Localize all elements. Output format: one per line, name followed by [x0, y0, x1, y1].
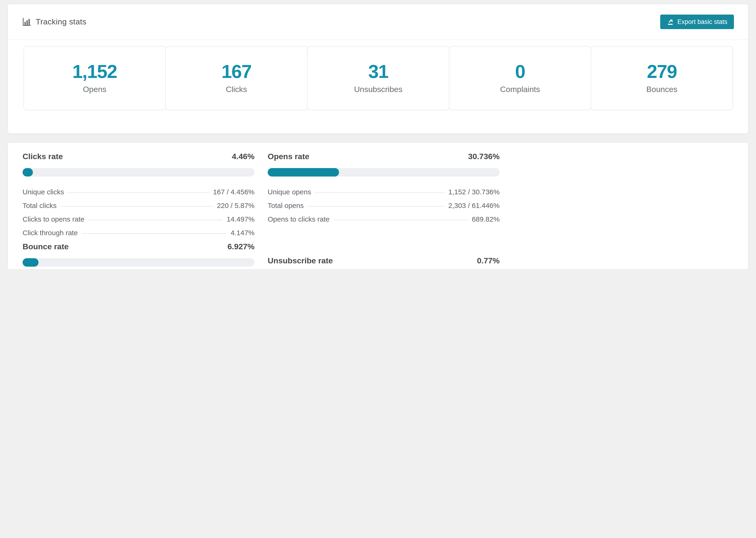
rate-stat-value: 689.82%	[472, 215, 500, 223]
rate-stat-line: Clicks to opens rate 14.497%	[23, 215, 254, 229]
tracking-stats-panel: Tracking stats Export basic stats 1,152 …	[8, 4, 748, 134]
rate-value: 30.736%	[468, 152, 500, 161]
export-button-label: Export basic stats	[677, 18, 728, 26]
stat-box-unsubscribes: 31 Unsubscribes	[307, 46, 449, 110]
dotted-leader	[61, 206, 213, 207]
stat-label: Opens	[83, 85, 106, 94]
rate-value: 0.77%	[477, 256, 500, 266]
stat-label: Complaints	[500, 85, 540, 94]
rate-title: Clicks rate	[23, 152, 63, 161]
rate-stat-label: Total clicks	[23, 201, 57, 209]
rate-stat-value: 1,152 / 30.736%	[448, 188, 500, 196]
rate-stat-label: Total opens	[268, 201, 303, 209]
rate-stat-label: Opens to clicks rate	[268, 215, 329, 223]
rate-stat-line: Total opens 2,303 / 61.446%	[268, 201, 500, 215]
rate-stat-label: Click through rate	[23, 229, 78, 237]
stat-value: 1,152	[72, 62, 117, 81]
dashboard-page: Tracking stats Export basic stats 1,152 …	[0, 0, 756, 269]
rates-panel: Clicks rate 4.46% Unique clicks 167 / 4.…	[8, 142, 748, 269]
rate-block-bounce-rate: Bounce rate 6.927% Hard bounces 242 / 86…	[23, 242, 254, 269]
rate-stat-value: 14.497%	[227, 215, 254, 223]
rate-block-clicks-rate: Clicks rate 4.46% Unique clicks 167 / 4.…	[23, 152, 254, 242]
rates-grid: Clicks rate 4.46% Unique clicks 167 / 4.…	[16, 152, 740, 269]
stat-box-opens: 1,152 Opens	[24, 46, 166, 110]
rate-progress-bar	[23, 168, 254, 177]
rate-block-opens-rate: Opens rate 30.736% Unique opens 1,152 / …	[268, 152, 500, 242]
stat-boxes-row: 1,152 Opens167 Clicks31 Unsubscribes0 Co…	[24, 46, 732, 110]
tracking-stats-title: Tracking stats	[36, 17, 86, 27]
rate-stat-line: Unique opens 1,152 / 30.736%	[268, 188, 500, 201]
rate-stat-value: 220 / 5.87%	[217, 201, 254, 209]
rate-stat-label: Clicks to opens rate	[23, 215, 84, 223]
rate-block-unsubscribe-rate: Unsubscribe rate 0.77% Unsubscribes 31	[268, 256, 500, 269]
stat-label: Unsubscribes	[354, 85, 403, 94]
rate-progress-bar	[268, 168, 500, 177]
rate-title: Unsubscribe rate	[268, 256, 333, 266]
rate-stat-line: Total clicks 220 / 5.87%	[23, 201, 254, 215]
rate-stat-line: Unique clicks 167 / 4.456%	[23, 188, 254, 201]
dotted-leader	[68, 192, 209, 193]
stat-value: 31	[368, 62, 388, 81]
rate-stat-value: 4.147%	[231, 229, 254, 237]
stat-label: Clicks	[226, 85, 247, 94]
rate-value: 4.46%	[232, 152, 254, 161]
stat-box-bounces: 279 Bounces	[591, 46, 733, 110]
dotted-leader	[88, 220, 222, 220]
dotted-leader	[308, 206, 444, 207]
rate-stat-label: Unique clicks	[23, 188, 64, 196]
stat-label: Bounces	[646, 85, 677, 94]
export-basic-stats-button[interactable]: Export basic stats	[661, 15, 734, 29]
stat-value: 0	[515, 62, 525, 81]
bar-chart-icon	[22, 17, 31, 26]
dotted-leader	[315, 192, 444, 193]
stat-value: 167	[221, 62, 251, 81]
rate-title: Opens rate	[268, 152, 309, 161]
rate-value: 6.927%	[228, 242, 254, 252]
rate-progress-bar	[23, 258, 254, 267]
stat-value: 279	[647, 62, 677, 81]
rate-stat-label: Unique opens	[268, 188, 311, 196]
rate-title: Bounce rate	[23, 242, 69, 252]
rate-stat-value: 2,303 / 61.446%	[448, 201, 500, 209]
dotted-leader	[82, 233, 226, 234]
rate-stat-line: Click through rate 4.147%	[23, 229, 254, 242]
rate-stat-line: Opens to clicks rate 689.82%	[268, 215, 500, 229]
tracking-stats-header: Tracking stats Export basic stats	[8, 4, 748, 40]
rate-stat-value: 167 / 4.456%	[213, 188, 254, 196]
stat-box-clicks: 167 Clicks	[165, 46, 307, 110]
export-icon	[667, 18, 674, 26]
stat-box-complaints: 0 Complaints	[449, 46, 591, 110]
dotted-leader	[334, 220, 467, 220]
